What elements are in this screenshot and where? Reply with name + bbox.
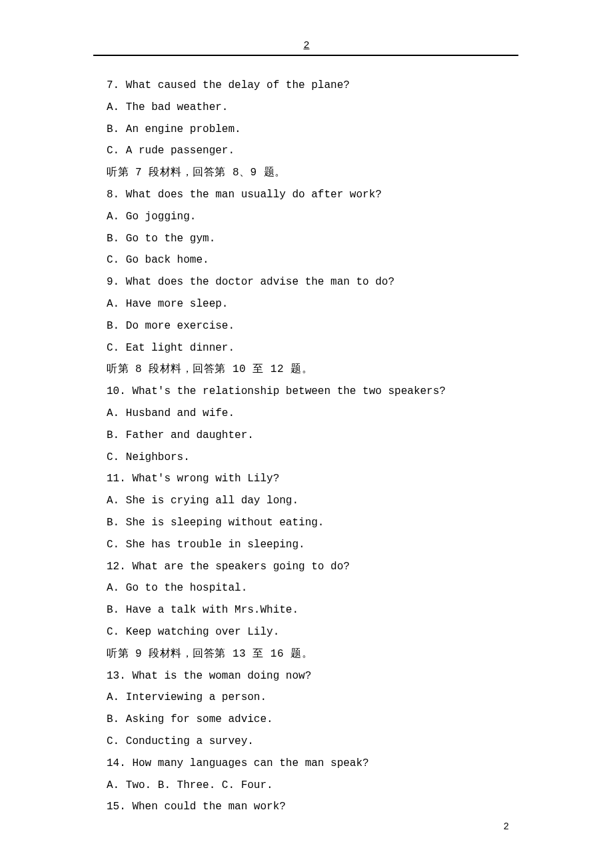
content-body: 7. What caused the delay of the plane?A.… (0, 60, 613, 818)
text-line: B. Go to the gym. (107, 228, 506, 250)
text-line: A. Go jogging. (107, 206, 506, 228)
text-line: C. Keep watching over Lily. (107, 621, 506, 643)
text-line: 13. What is the woman doing now? (107, 665, 506, 687)
text-line: A. Interviewing a person. (107, 687, 506, 709)
text-line: C. Neighbors. (107, 447, 506, 469)
text-line: 8. What does the man usually do after wo… (107, 184, 506, 206)
text-line: B. Asking for some advice. (107, 709, 506, 731)
text-line: B. Father and daughter. (107, 425, 506, 447)
text-line: 15. When could the man work? (107, 796, 506, 818)
text-line: 7. What caused the delay of the plane? (107, 75, 506, 97)
text-line: A. She is crying all day long. (107, 490, 506, 512)
text-line: C. A rude passenger. (107, 140, 506, 162)
text-line: B. Have a talk with Mrs.White. (107, 599, 506, 621)
text-line: C. Go back home. (107, 249, 506, 271)
text-line: 10. What's the relationship between the … (107, 381, 506, 403)
text-line: A. Two. B. Three. C. Four. (107, 775, 506, 797)
header-rule (93, 55, 518, 56)
text-line: A. Go to the hospital. (107, 577, 506, 599)
text-line: 听第 9 段材料，回答第 13 至 16 题。 (107, 643, 506, 665)
text-line: 9. What does the doctor advise the man t… (107, 271, 506, 293)
text-line: A. The bad weather. (107, 97, 506, 119)
page: 2 7. What caused the delay of the plane?… (0, 0, 613, 868)
text-line: 听第 8 段材料，回答第 10 至 12 题。 (107, 359, 506, 381)
text-line: 12. What are the speakers going to do? (107, 556, 506, 578)
text-line: A. Have more sleep. (107, 293, 506, 315)
text-line: C. Eat light dinner. (107, 337, 506, 359)
text-line: C. Conducting a survey. (107, 731, 506, 753)
text-line: B. She is sleeping without eating. (107, 512, 506, 534)
text-line: 听第 7 段材料，回答第 8、9 题。 (107, 162, 506, 184)
text-line: C. She has trouble in sleeping. (107, 534, 506, 556)
text-line: B. Do more exercise. (107, 315, 506, 337)
text-line: B. An engine problem. (107, 119, 506, 141)
text-line: 11. What's wrong with Lily? (107, 468, 506, 490)
header: 2 (0, 0, 613, 60)
page-number-top: 2 (303, 40, 309, 51)
text-line: A. Husband and wife. (107, 403, 506, 425)
page-number-bottom: 2 (504, 821, 509, 832)
text-line: 14. How many languages can the man speak… (107, 753, 506, 775)
